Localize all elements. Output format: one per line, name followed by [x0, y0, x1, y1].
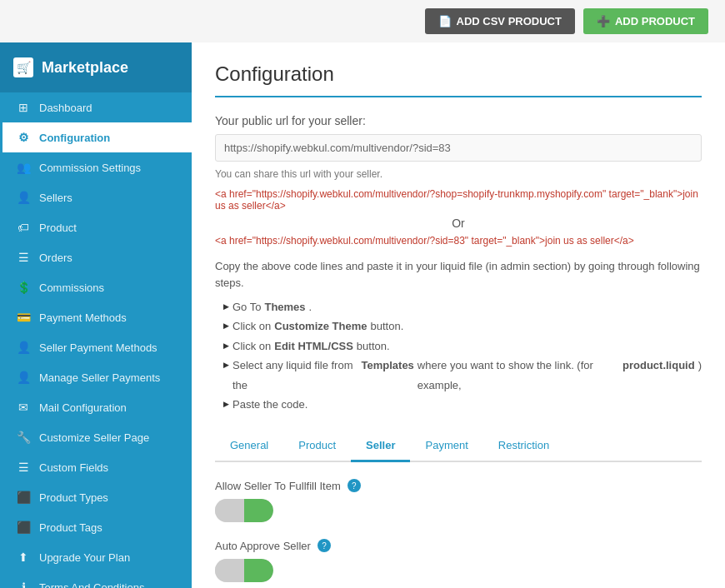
form-field-auto-approve: Auto Approve Seller ?: [215, 539, 702, 582]
gear-icon: ⚙: [16, 131, 31, 144]
commission-icon: 👥: [16, 161, 31, 174]
step-4: Select any liquid file from the Template…: [223, 356, 702, 395]
step-2: Click on Customize Theme button.: [223, 316, 702, 336]
manage-payment-icon: 👤: [16, 371, 31, 384]
sidebar-item-custom-fields[interactable]: ☰ Custom Fields: [0, 452, 192, 482]
sidebar-item-label: Dashboard: [39, 102, 92, 114]
upgrade-icon: ⬆: [16, 551, 31, 564]
sidebar-item-commissions[interactable]: 💲 Commissions: [0, 272, 192, 302]
commissions-icon: 💲: [16, 281, 31, 294]
layout: 🛒 Marketplace ⊞ Dashboard ⚙ Configuratio…: [0, 42, 725, 588]
sidebar-item-product-types[interactable]: ⬛ Product Types: [0, 482, 192, 512]
payment-icon: 💳: [16, 311, 31, 324]
main-content: Configuration Your public url for your s…: [192, 42, 725, 588]
sidebar-item-label: Payment Methods: [39, 311, 127, 324]
toggle-on: [244, 559, 273, 582]
product-types-icon: ⬛: [16, 491, 31, 504]
step-1: Go To Themes.: [223, 297, 702, 316]
sellers-icon: 👤: [16, 191, 31, 204]
sidebar-item-label: Manage Seller Payments: [39, 371, 160, 384]
cart-icon: 🛒: [13, 57, 33, 77]
url-input[interactable]: [215, 134, 702, 162]
link-code-2: <a href="https://shopify.webkul.com/mult…: [215, 235, 702, 247]
customize-icon: 🔧: [16, 431, 31, 444]
toggle-allow-seller[interactable]: [215, 499, 273, 522]
sidebar-item-configuration[interactable]: ⚙ Configuration: [0, 122, 192, 152]
sidebar-item-orders[interactable]: ☰ Orders: [0, 242, 192, 272]
sidebar-item-label: Orders: [39, 252, 72, 264]
sidebar-item-terms[interactable]: ℹ Terms And Conditions: [0, 572, 192, 588]
url-section-label: Your public url for your seller:: [215, 114, 702, 127]
product-icon: 🏷: [16, 221, 31, 234]
plus-icon: ➕: [597, 15, 610, 27]
seller-payment-icon: 👤: [16, 341, 31, 354]
sidebar-item-label: Terms And Conditions: [39, 581, 144, 589]
sidebar-item-manage-seller-payments[interactable]: 👤 Manage Seller Payments: [0, 362, 192, 392]
instructions-text: Copy the above code lines and paste it i…: [215, 258, 702, 291]
help-icon-allow-seller[interactable]: ?: [348, 479, 361, 492]
mail-icon: ✉: [16, 401, 31, 414]
share-text: You can share this url with your seller.: [215, 168, 702, 180]
csv-icon: 📄: [438, 15, 452, 27]
add-csv-product-button[interactable]: 📄 ADD CSV PRODUCT: [425, 8, 575, 34]
toggle-off: [215, 559, 244, 582]
sidebar-item-label: Mail Configuration: [39, 401, 127, 414]
orders-icon: ☰: [16, 251, 31, 264]
page-title: Configuration: [215, 62, 702, 97]
tab-payment[interactable]: Payment: [410, 431, 482, 462]
form-field-allow-seller: Allow Seller To Fullfill Item ?: [215, 479, 702, 522]
link-code-1: <a href="https://shopify.webkul.com/mult…: [215, 188, 702, 212]
sidebar-item-product-tags[interactable]: ⬛ Product Tags: [0, 512, 192, 542]
product-tags-icon: ⬛: [16, 521, 31, 534]
sidebar-item-sellers[interactable]: 👤 Sellers: [0, 182, 192, 212]
dashboard-icon: ⊞: [16, 101, 31, 114]
sidebar-item-upgrade-plan[interactable]: ⬆ Upgrade Your Plan: [0, 542, 192, 572]
sidebar-item-dashboard[interactable]: ⊞ Dashboard: [0, 92, 192, 122]
sidebar-item-mail-configuration[interactable]: ✉ Mail Configuration: [0, 392, 192, 422]
tab-general[interactable]: General: [215, 431, 283, 462]
sidebar-item-label: Product: [39, 222, 77, 234]
sidebar-item-payment-methods[interactable]: 💳 Payment Methods: [0, 302, 192, 332]
top-bar: 📄 ADD CSV PRODUCT ➕ ADD PRODUCT: [0, 0, 725, 42]
sidebar-item-label: Commissions: [39, 282, 104, 294]
terms-icon: ℹ: [16, 581, 31, 588]
tab-restriction[interactable]: Restriction: [483, 431, 564, 462]
help-icon-auto-approve[interactable]: ?: [318, 539, 331, 552]
step-3: Click on Edit HTML/CSS button.: [223, 336, 702, 356]
sidebar-item-label: Customize Seller Page: [39, 431, 149, 444]
form-label-auto-approve: Auto Approve Seller ?: [215, 539, 702, 552]
tab-product[interactable]: Product: [283, 431, 351, 462]
toggle-off: [215, 499, 244, 522]
sidebar-item-seller-payment-methods[interactable]: 👤 Seller Payment Methods: [0, 332, 192, 362]
steps-list: Go To Themes. Click on Customize Theme b…: [223, 297, 702, 414]
add-product-button[interactable]: ➕ ADD PRODUCT: [583, 8, 708, 34]
sidebar-item-commission-settings[interactable]: 👥 Commission Settings: [0, 152, 192, 182]
sidebar-item-label: Custom Fields: [39, 461, 108, 474]
sidebar-item-label: Upgrade Your Plan: [39, 551, 130, 564]
sidebar-brand: 🛒 Marketplace: [0, 42, 192, 92]
sidebar-item-label: Product Types: [39, 491, 108, 504]
tabs: General Product Seller Payment Restricti…: [215, 431, 702, 462]
sidebar-item-label: Configuration: [39, 132, 110, 144]
tab-seller[interactable]: Seller: [351, 431, 410, 462]
sidebar-item-label: Sellers: [39, 192, 72, 204]
toggle-on: [244, 499, 273, 522]
sidebar-item-product[interactable]: 🏷 Product: [0, 212, 192, 242]
sidebar-brand-label: Marketplace: [42, 59, 128, 77]
custom-fields-icon: ☰: [16, 461, 31, 474]
sidebar-item-label: Product Tags: [39, 521, 102, 534]
form-label-allow-seller: Allow Seller To Fullfill Item ?: [215, 479, 702, 492]
sidebar-item-label: Seller Payment Methods: [39, 341, 158, 354]
toggle-auto-approve[interactable]: [215, 559, 273, 582]
or-divider: Or: [215, 217, 702, 230]
step-5: Paste the code.: [223, 395, 702, 414]
sidebar: 🛒 Marketplace ⊞ Dashboard ⚙ Configuratio…: [0, 42, 192, 588]
sidebar-item-label: Commission Settings: [39, 162, 141, 174]
sidebar-item-customize-seller-page[interactable]: 🔧 Customize Seller Page: [0, 422, 192, 452]
